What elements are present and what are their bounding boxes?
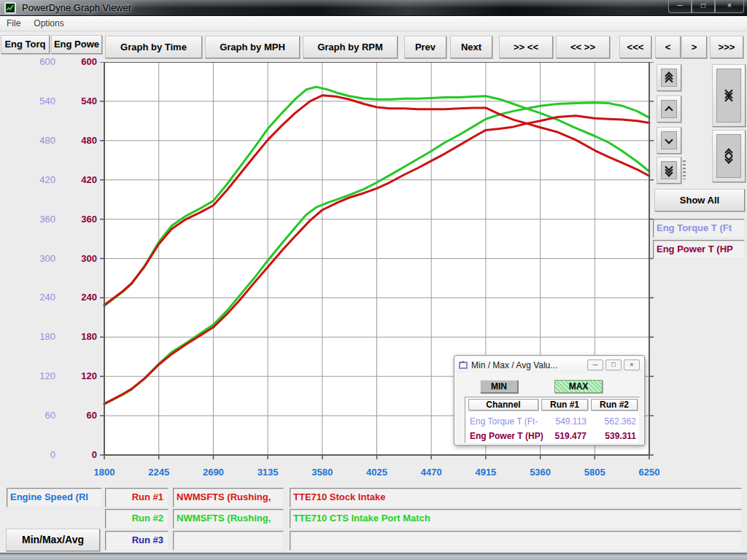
power-tick-60: 60 <box>47 410 97 421</box>
main-titlebar: PowerDyne Graph Viewer ─ □ × <box>0 0 747 16</box>
power-tick-240: 240 <box>47 292 97 303</box>
chevron-down-icon <box>665 136 673 144</box>
pan-down-fast-button[interactable] <box>657 157 681 184</box>
toolbar-button-[interactable]: <<< <box>619 36 651 58</box>
run-desc-1: TTE710 Stock Intake <box>290 488 742 508</box>
run-file-3 <box>173 531 284 551</box>
x-axis-channel-field: Engine Speed (RI <box>7 488 102 508</box>
torque-channel-field: Eng Torque T (Ft <box>653 219 745 238</box>
show-all-button[interactable]: Show All <box>654 189 745 211</box>
run-label-2[interactable]: Run #2 <box>105 509 169 529</box>
minmax-title: Min / Max / Avg Valu... <box>471 360 557 370</box>
power-tick-180: 180 <box>47 331 97 343</box>
toolbar-button-next[interactable]: Next <box>450 36 492 58</box>
power-tick-120: 120 <box>47 370 97 382</box>
power-axis-header[interactable]: Eng Powe <box>51 35 102 54</box>
rpm-tick-4025: 4025 <box>354 467 400 478</box>
chevron-up-icon <box>665 106 673 114</box>
toolbar-button-graph-by-rpm[interactable]: Graph by RPM <box>303 36 398 58</box>
rpm-tick-1800: 1800 <box>81 467 128 478</box>
toolbar-button-graph-by-mph[interactable]: Graph by MPH <box>205 36 300 58</box>
minmax-body: MIN MAX ChannelRun #1Run #2Eng Torque T … <box>459 375 640 441</box>
power-channel-field: Eng Power T (HP <box>653 240 745 259</box>
zoom-out-y-icon <box>716 134 741 178</box>
rpm-tick-2690: 2690 <box>190 467 236 478</box>
minmax-value-run1-row0: 549.113 <box>541 416 587 427</box>
minmax-restore-button[interactable]: □ <box>605 359 622 370</box>
run-file-1: NWMSFTS (Rushing, <box>173 488 284 508</box>
rpm-tick-5805: 5805 <box>571 467 618 478</box>
rpm-tick-2245: 2245 <box>136 467 182 478</box>
minmax-minimize-button[interactable]: ─ <box>587 359 603 370</box>
rpm-tick-4915: 4915 <box>462 467 509 478</box>
minmax-close-button[interactable]: × <box>624 359 640 370</box>
max-toggle-button[interactable]: MAX <box>554 380 603 393</box>
x-axis-channel-label: Engine Speed (RI <box>10 491 88 502</box>
minmax-table: ChannelRun #1Run #2Eng Torque T (Ft-549.… <box>465 397 640 443</box>
min-toggle-button[interactable]: MIN <box>480 380 518 393</box>
power-tick-420: 420 <box>47 174 97 186</box>
power-tick-360: 360 <box>47 214 97 225</box>
menu-bar: FileOptions <box>0 16 747 31</box>
window-bottom-frame <box>0 553 747 560</box>
torque-axis-header[interactable]: Eng Torq <box>1 35 50 54</box>
minmax-column-run-2[interactable]: Run #2 <box>591 399 638 411</box>
power-tick-0: 0 <box>47 449 97 461</box>
power-tick-300: 300 <box>47 253 97 265</box>
pan-down-button[interactable] <box>657 127 681 154</box>
pan-up-button[interactable] <box>657 96 681 122</box>
minmax-value-run2-row0: 562.362 <box>591 416 636 427</box>
toolbar-button-[interactable]: < <box>655 36 681 58</box>
maximize-button[interactable]: □ <box>692 0 715 13</box>
power-tick-480: 480 <box>47 135 97 147</box>
power-tick-540: 540 <box>47 96 97 107</box>
toolbar-button-[interactable]: >>> <box>710 36 743 58</box>
run-label-1[interactable]: Run #1 <box>105 488 169 508</box>
pan-up-icon <box>661 100 677 118</box>
minmax-window-icon <box>459 361 468 369</box>
rpm-tick-5360: 5360 <box>517 467 564 478</box>
zoom-in-y-button[interactable] <box>712 64 746 127</box>
toolbar-button-prev[interactable]: Prev <box>404 36 446 58</box>
toolbar-button-[interactable]: << >> <box>556 36 610 58</box>
rpm-tick-3580: 3580 <box>299 467 346 478</box>
run-desc-2: TTE710 CTS Intake Port Match <box>290 509 742 529</box>
minmax-value-run2-row1: 539.311 <box>591 431 636 441</box>
run-desc-3 <box>290 531 742 551</box>
minimize-button[interactable]: ─ <box>668 0 692 13</box>
menu-item-options[interactable]: Options <box>27 17 70 30</box>
minmax-channel-0: Eng Torque T (Ft- <box>470 416 538 427</box>
rpm-tick-4470: 4470 <box>408 467 454 478</box>
pan-up-fast-button[interactable] <box>657 64 681 91</box>
rpm-tick-3135: 3135 <box>244 467 291 478</box>
menu-item-file[interactable]: File <box>0 17 27 30</box>
toolbar-button-[interactable]: > <box>681 36 707 58</box>
zoom-out-y-button[interactable] <box>712 130 746 182</box>
minmaxavg-button[interactable]: Min/Max/Avg <box>6 529 100 551</box>
toolbar-button-graph-by-time[interactable]: Graph by Time <box>105 36 202 58</box>
run-file-2: NWMSFTS (Rushing, <box>173 509 284 529</box>
minmax-column-channel[interactable]: Channel <box>468 399 538 411</box>
zoom-in-y-icon <box>716 69 741 122</box>
window-title: PowerDyne Graph Viewer <box>22 2 131 13</box>
close-button[interactable]: × <box>715 0 744 13</box>
power-tick-600: 600 <box>47 56 97 68</box>
pan-up-fast-icon <box>661 69 677 87</box>
minmax-value-run1-row1: 519.477 <box>541 431 587 441</box>
app-icon <box>4 2 16 14</box>
minmax-channel-1: Eng Power T (HP) <box>470 431 543 441</box>
minmax-avg-window: Min / Max / Avg Valu... ─ □ × MIN MAX Ch… <box>454 355 645 446</box>
pan-down-fast-icon <box>661 161 677 179</box>
run-label-3[interactable]: Run #3 <box>105 531 169 551</box>
minmax-titlebar[interactable]: Min / Max / Avg Valu... ─ □ × <box>456 357 643 373</box>
toolbar-button-[interactable]: >> << <box>499 36 553 58</box>
rpm-tick-6250: 6250 <box>626 467 673 478</box>
window-controls: ─ □ × <box>668 0 744 13</box>
pan-down-icon <box>661 131 677 149</box>
panel-grip <box>683 160 686 179</box>
minmax-column-run-1[interactable]: Run #1 <box>541 399 588 411</box>
